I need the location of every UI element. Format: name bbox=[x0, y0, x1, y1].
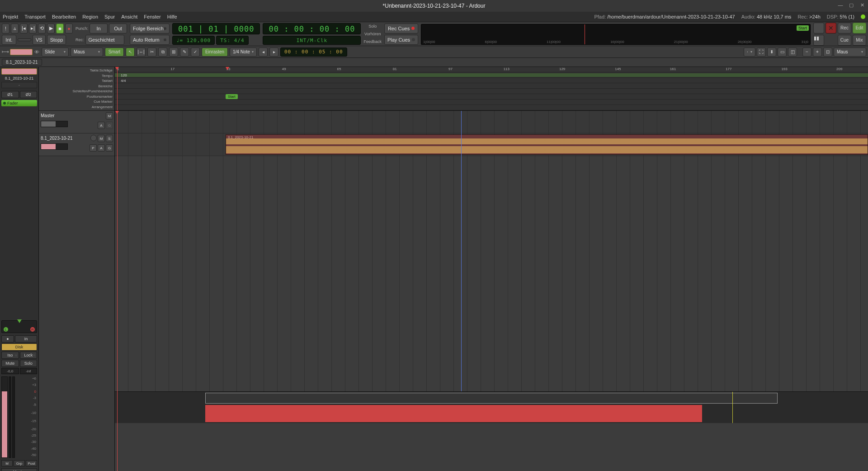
midi-panic-button[interactable]: ! bbox=[2, 24, 9, 33]
smart-mode-button[interactable]: Smart bbox=[105, 48, 124, 57]
panner[interactable]: LR bbox=[1, 320, 37, 333]
fader-chip[interactable]: Fader bbox=[1, 100, 37, 106]
ruler-label-bars[interactable]: Takte:Schläge bbox=[39, 68, 113, 73]
master-fader[interactable] bbox=[41, 121, 68, 127]
menu-fenster[interactable]: Fenster bbox=[144, 14, 160, 19]
start-marker[interactable]: Start bbox=[226, 94, 238, 99]
track-lane-audio1[interactable]: 8.1_2023-10-21 bbox=[115, 133, 868, 156]
output-master-label[interactable]: Master bbox=[1, 468, 37, 471]
menu-ansicht[interactable]: Ansicht bbox=[121, 14, 137, 19]
edit-tool-button[interactable]: ✓ bbox=[191, 48, 200, 57]
ruler-label-ranges[interactable]: Bereiche bbox=[39, 84, 113, 89]
selected-track-name[interactable]: 8.1_2023-10-21 bbox=[2, 59, 42, 66]
status-led-icon[interactable] bbox=[861, 14, 865, 19]
meter-post-button[interactable]: Post bbox=[26, 460, 37, 466]
menu-hilfe[interactable]: Hilfe bbox=[167, 14, 177, 19]
track-mute-button[interactable]: M bbox=[98, 135, 105, 142]
menu-spur[interactable]: Spur bbox=[104, 14, 115, 19]
lock-button[interactable]: Lock bbox=[20, 352, 38, 359]
summary-bar[interactable] bbox=[115, 391, 868, 423]
maximize-icon[interactable]: ▢ bbox=[848, 2, 854, 8]
object-tool-button[interactable]: ↖ bbox=[126, 48, 135, 57]
minimize-icon[interactable]: — bbox=[837, 2, 844, 8]
feedback-indicator[interactable]: Feedback bbox=[363, 38, 382, 45]
edit-view-button[interactable]: Edit bbox=[853, 23, 866, 33]
ruler-label-markers[interactable]: Positionsmarker bbox=[39, 94, 113, 100]
audition-indicator[interactable]: Vorhören bbox=[363, 31, 382, 37]
record-button[interactable]: ● bbox=[65, 24, 73, 33]
phase-ch2-button[interactable]: Ø2 bbox=[20, 91, 38, 98]
zoom-in-button[interactable]: + bbox=[813, 48, 822, 57]
empty-canvas-area[interactable] bbox=[115, 156, 868, 391]
summary-view-rect[interactable] bbox=[205, 393, 778, 404]
ruler-stack[interactable]: 1 17 33 49 65 81 97 113 129 145 161 177 … bbox=[115, 67, 868, 111]
primary-clock-bars[interactable]: 001 | 01 | 0000 bbox=[172, 23, 260, 34]
zoom-full-button[interactable]: ⛶ bbox=[757, 48, 766, 57]
meter-point-m[interactable]: M bbox=[1, 460, 13, 466]
rec-mode-select[interactable]: Geschichtet bbox=[85, 35, 124, 45]
follow-range-button[interactable]: Folge Bereich bbox=[130, 24, 170, 33]
master-automation-button[interactable]: A bbox=[98, 122, 105, 129]
track-group-button[interactable]: G bbox=[106, 144, 113, 152]
ruler-label-cue[interactable]: Cue Marker bbox=[39, 99, 113, 105]
track-color-chip[interactable] bbox=[10, 49, 33, 55]
loop-ruler[interactable] bbox=[115, 89, 868, 94]
stop-button[interactable]: ■ bbox=[56, 24, 64, 33]
zoom-out-button[interactable]: − bbox=[802, 48, 811, 57]
close-icon[interactable]: ✕ bbox=[859, 2, 865, 8]
track-shrink-button[interactable]: ▭ bbox=[778, 48, 787, 57]
tempo-value[interactable]: 120 bbox=[121, 73, 127, 77]
io-button[interactable]: ▮▮ bbox=[813, 35, 824, 46]
track-arrow-icon[interactable]: ⟼ bbox=[2, 49, 8, 55]
grid-select[interactable]: 1/4 Note▾ bbox=[230, 48, 257, 57]
auto-return-button[interactable]: Auto Return bbox=[130, 35, 170, 45]
mclk-mode[interactable]: INT/M-Clk bbox=[263, 36, 361, 45]
solo-button[interactable]: Solo bbox=[20, 360, 38, 367]
zoom-fit-button[interactable]: ⊡ bbox=[823, 48, 832, 57]
range-ruler[interactable] bbox=[115, 83, 868, 89]
ruler-label-arrangement[interactable]: Arrangement bbox=[39, 105, 113, 110]
timesig-display[interactable]: TS: 4/4 bbox=[216, 36, 248, 45]
play-cues-button[interactable]: Play Cues bbox=[384, 35, 418, 45]
punch-out-button[interactable]: Out bbox=[109, 24, 127, 33]
ruler-label-loop[interactable]: Schleifen/Punchbereiche bbox=[39, 89, 113, 94]
error-log-button[interactable]: ✕ bbox=[826, 23, 836, 33]
menu-bearbeiten[interactable]: Bearbeiten bbox=[52, 14, 76, 19]
cue-view-button[interactable]: Cue bbox=[838, 35, 851, 46]
tempo-ruler[interactable] bbox=[115, 72, 868, 78]
zoom-mode-select[interactable]: Maus▾ bbox=[834, 48, 866, 57]
varispeed-button[interactable]: VS bbox=[33, 35, 46, 45]
mute-button[interactable]: Mute bbox=[1, 360, 19, 367]
mini-timeline[interactable]: Start 1|00|006|00|00 11|00|0016|00|00 21… bbox=[421, 24, 811, 45]
track-expand-button[interactable]: ◫ bbox=[788, 48, 797, 57]
track-automation-button[interactable]: A bbox=[98, 144, 105, 152]
locate-marker-icon[interactable] bbox=[226, 67, 229, 70]
sig-value[interactable]: 4/4 bbox=[121, 79, 126, 83]
tracks-area[interactable]: 8.1_2023-10-21 bbox=[115, 111, 868, 391]
monitor-toggle-button[interactable] bbox=[813, 23, 824, 33]
menu-region[interactable]: Region bbox=[82, 14, 98, 19]
mix-view-button[interactable]: Mix bbox=[853, 35, 866, 46]
track-lane-master[interactable] bbox=[115, 111, 868, 133]
nudge-fwd-button[interactable]: ▸ bbox=[269, 48, 278, 57]
track-header-audio1[interactable]: 8.1_2023-10-21 MS PAG bbox=[39, 133, 114, 156]
edit-mode-select[interactable]: Slide▾ bbox=[42, 48, 69, 57]
playhead-icon[interactable] bbox=[117, 67, 118, 110]
nudge-back-button[interactable]: ◂ bbox=[259, 48, 268, 57]
zoom-height-button[interactable]: ⬍ bbox=[767, 48, 776, 57]
track-rec-button[interactable] bbox=[90, 135, 97, 141]
play-button[interactable]: ▶ bbox=[47, 24, 55, 33]
menu-transport[interactable]: Transport bbox=[24, 14, 46, 19]
rec-arm-button[interactable]: ● bbox=[1, 335, 14, 343]
track-playlist-button[interactable]: P bbox=[90, 144, 97, 152]
ruler-label-tempo[interactable]: Tempo bbox=[39, 73, 113, 79]
master-mute-button[interactable]: M bbox=[106, 112, 113, 119]
timefx-tool-button[interactable]: ⧉ bbox=[158, 48, 167, 57]
cue-ruler[interactable] bbox=[115, 100, 868, 105]
timeline-canvas[interactable]: 1 17 33 49 65 81 97 113 129 145 161 177 … bbox=[115, 67, 868, 471]
snap-button[interactable]: Einrasten bbox=[202, 48, 228, 57]
master-group-button[interactable]: G bbox=[106, 122, 113, 129]
punch-in-button[interactable]: In bbox=[90, 24, 108, 33]
rec-view-button[interactable]: Rec bbox=[838, 23, 851, 33]
fader-slider[interactable] bbox=[1, 376, 8, 458]
